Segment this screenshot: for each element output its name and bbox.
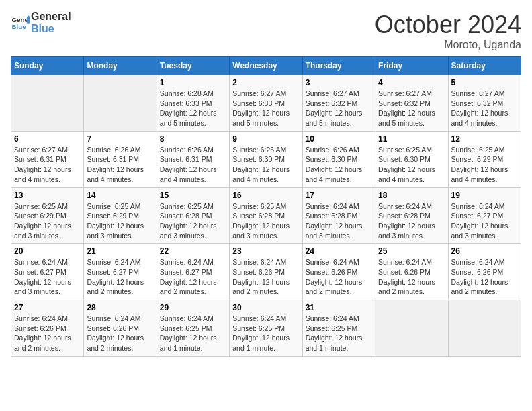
day-info: Sunrise: 6:25 AM Sunset: 6:30 PM Dayligh… [378, 145, 445, 185]
day-info: Sunrise: 6:24 AM Sunset: 6:28 PM Dayligh… [378, 201, 445, 241]
day-info: Sunrise: 6:24 AM Sunset: 6:25 PM Dayligh… [306, 314, 372, 353]
calendar-cell: 2Sunrise: 6:27 AM Sunset: 6:33 PM Daylig… [230, 75, 302, 132]
header-cell-friday: Friday [375, 57, 448, 75]
day-info: Sunrise: 6:24 AM Sunset: 6:28 PM Dayligh… [306, 201, 372, 241]
day-info: Sunrise: 6:24 AM Sunset: 6:27 PM Dayligh… [160, 257, 226, 297]
day-info: Sunrise: 6:24 AM Sunset: 6:25 PM Dayligh… [160, 314, 226, 353]
day-info: Sunrise: 6:25 AM Sunset: 6:28 PM Dayligh… [160, 201, 226, 241]
day-number: 15 [160, 191, 226, 200]
day-number: 18 [378, 191, 445, 200]
day-number: 25 [378, 246, 445, 256]
day-info: Sunrise: 6:24 AM Sunset: 6:26 PM Dayligh… [451, 257, 518, 297]
day-number: 26 [451, 246, 518, 256]
calendar-cell: 21Sunrise: 6:24 AM Sunset: 6:27 PM Dayli… [84, 244, 157, 300]
calendar-cell: 13Sunrise: 6:25 AM Sunset: 6:29 PM Dayli… [11, 187, 84, 244]
day-info: Sunrise: 6:24 AM Sunset: 6:27 PM Dayligh… [451, 201, 518, 241]
day-number: 21 [87, 246, 153, 256]
day-info: Sunrise: 6:25 AM Sunset: 6:28 PM Dayligh… [232, 201, 299, 241]
day-info: Sunrise: 6:26 AM Sunset: 6:30 PM Dayligh… [232, 145, 299, 185]
day-number: 17 [306, 191, 372, 200]
calendar-cell: 9Sunrise: 6:26 AM Sunset: 6:30 PM Daylig… [230, 131, 302, 187]
day-info: Sunrise: 6:24 AM Sunset: 6:26 PM Dayligh… [14, 314, 81, 353]
day-info: Sunrise: 6:24 AM Sunset: 6:26 PM Dayligh… [378, 257, 445, 297]
calendar-cell: 15Sunrise: 6:25 AM Sunset: 6:28 PM Dayli… [157, 187, 229, 244]
day-info: Sunrise: 6:27 AM Sunset: 6:32 PM Dayligh… [306, 89, 372, 128]
calendar-cell: 1Sunrise: 6:28 AM Sunset: 6:33 PM Daylig… [157, 75, 229, 132]
day-number: 28 [87, 303, 153, 312]
day-number: 24 [306, 246, 372, 256]
day-number: 6 [14, 134, 81, 144]
day-number: 12 [451, 134, 518, 144]
day-number: 16 [232, 191, 299, 200]
calendar-cell: 27Sunrise: 6:24 AM Sunset: 6:26 PM Dayli… [11, 300, 84, 357]
day-number: 1 [160, 78, 226, 87]
calendar-cell [375, 300, 448, 357]
calendar-cell: 17Sunrise: 6:24 AM Sunset: 6:28 PM Dayli… [302, 187, 375, 244]
day-number: 22 [160, 246, 226, 256]
logo-line1: General [31, 11, 71, 23]
svg-text:Blue: Blue [11, 23, 26, 30]
calendar-week-2: 6Sunrise: 6:27 AM Sunset: 6:31 PM Daylig… [11, 131, 521, 187]
calendar-cell [11, 75, 84, 132]
day-number: 27 [14, 303, 81, 312]
svg-marker-2 [27, 16, 30, 23]
calendar-cell: 24Sunrise: 6:24 AM Sunset: 6:26 PM Dayli… [302, 244, 375, 300]
logo-icon: General Blue [11, 15, 30, 31]
day-number: 3 [306, 78, 372, 87]
day-number: 10 [306, 134, 372, 144]
header-cell-saturday: Saturday [448, 57, 521, 75]
title-block: October 2024 Moroto, Uganda [375, 11, 521, 51]
day-number: 29 [160, 303, 226, 312]
header-cell-thursday: Thursday [302, 57, 375, 75]
calendar-table: SundayMondayTuesdayWednesdayThursdayFrid… [11, 56, 521, 357]
calendar-cell: 16Sunrise: 6:25 AM Sunset: 6:28 PM Dayli… [230, 187, 302, 244]
day-info: Sunrise: 6:24 AM Sunset: 6:26 PM Dayligh… [87, 314, 153, 353]
day-info: Sunrise: 6:24 AM Sunset: 6:27 PM Dayligh… [14, 257, 81, 297]
calendar-cell: 23Sunrise: 6:24 AM Sunset: 6:26 PM Dayli… [230, 244, 302, 300]
day-number: 14 [87, 191, 153, 200]
day-number: 30 [232, 303, 299, 312]
calendar-cell: 26Sunrise: 6:24 AM Sunset: 6:26 PM Dayli… [448, 244, 521, 300]
day-number: 4 [378, 78, 445, 87]
calendar-cell: 28Sunrise: 6:24 AM Sunset: 6:26 PM Dayli… [84, 300, 157, 357]
day-info: Sunrise: 6:25 AM Sunset: 6:29 PM Dayligh… [451, 145, 518, 185]
logo: General Blue General Blue [11, 11, 71, 34]
day-info: Sunrise: 6:26 AM Sunset: 6:31 PM Dayligh… [87, 145, 153, 185]
month-title: October 2024 [375, 11, 521, 39]
calendar-cell: 20Sunrise: 6:24 AM Sunset: 6:27 PM Dayli… [11, 244, 84, 300]
day-info: Sunrise: 6:24 AM Sunset: 6:27 PM Dayligh… [87, 257, 153, 297]
calendar-week-4: 20Sunrise: 6:24 AM Sunset: 6:27 PM Dayli… [11, 244, 521, 300]
day-number: 13 [14, 191, 81, 200]
location: Moroto, Uganda [375, 39, 521, 51]
calendar-cell [84, 75, 157, 132]
header-cell-monday: Monday [84, 57, 157, 75]
header-cell-tuesday: Tuesday [157, 57, 229, 75]
calendar-body: 1Sunrise: 6:28 AM Sunset: 6:33 PM Daylig… [11, 75, 521, 357]
calendar-cell: 19Sunrise: 6:24 AM Sunset: 6:27 PM Dayli… [448, 187, 521, 244]
calendar-cell: 10Sunrise: 6:26 AM Sunset: 6:30 PM Dayli… [302, 131, 375, 187]
calendar-cell: 18Sunrise: 6:24 AM Sunset: 6:28 PM Dayli… [375, 187, 448, 244]
day-info: Sunrise: 6:26 AM Sunset: 6:31 PM Dayligh… [160, 145, 226, 185]
day-info: Sunrise: 6:24 AM Sunset: 6:26 PM Dayligh… [232, 257, 299, 297]
calendar-cell: 5Sunrise: 6:27 AM Sunset: 6:32 PM Daylig… [448, 75, 521, 132]
calendar-cell: 31Sunrise: 6:24 AM Sunset: 6:25 PM Dayli… [302, 300, 375, 357]
day-info: Sunrise: 6:28 AM Sunset: 6:33 PM Dayligh… [160, 89, 226, 128]
day-info: Sunrise: 6:27 AM Sunset: 6:31 PM Dayligh… [14, 145, 81, 185]
day-number: 2 [232, 78, 299, 87]
calendar-cell: 25Sunrise: 6:24 AM Sunset: 6:26 PM Dayli… [375, 244, 448, 300]
header-cell-wednesday: Wednesday [230, 57, 302, 75]
day-number: 31 [306, 303, 372, 312]
page-header: General Blue General Blue October 2024 M… [11, 11, 521, 51]
day-info: Sunrise: 6:25 AM Sunset: 6:29 PM Dayligh… [14, 201, 81, 241]
calendar-week-3: 13Sunrise: 6:25 AM Sunset: 6:29 PM Dayli… [11, 187, 521, 244]
day-info: Sunrise: 6:26 AM Sunset: 6:30 PM Dayligh… [306, 145, 372, 185]
day-info: Sunrise: 6:27 AM Sunset: 6:33 PM Dayligh… [232, 89, 299, 128]
day-info: Sunrise: 6:24 AM Sunset: 6:25 PM Dayligh… [232, 314, 299, 353]
day-number: 9 [232, 134, 299, 144]
header-cell-sunday: Sunday [11, 57, 84, 75]
calendar-cell: 30Sunrise: 6:24 AM Sunset: 6:25 PM Dayli… [230, 300, 302, 357]
day-number: 20 [14, 246, 81, 256]
calendar-cell: 22Sunrise: 6:24 AM Sunset: 6:27 PM Dayli… [157, 244, 229, 300]
day-number: 11 [378, 134, 445, 144]
calendar-cell: 12Sunrise: 6:25 AM Sunset: 6:29 PM Dayli… [448, 131, 521, 187]
